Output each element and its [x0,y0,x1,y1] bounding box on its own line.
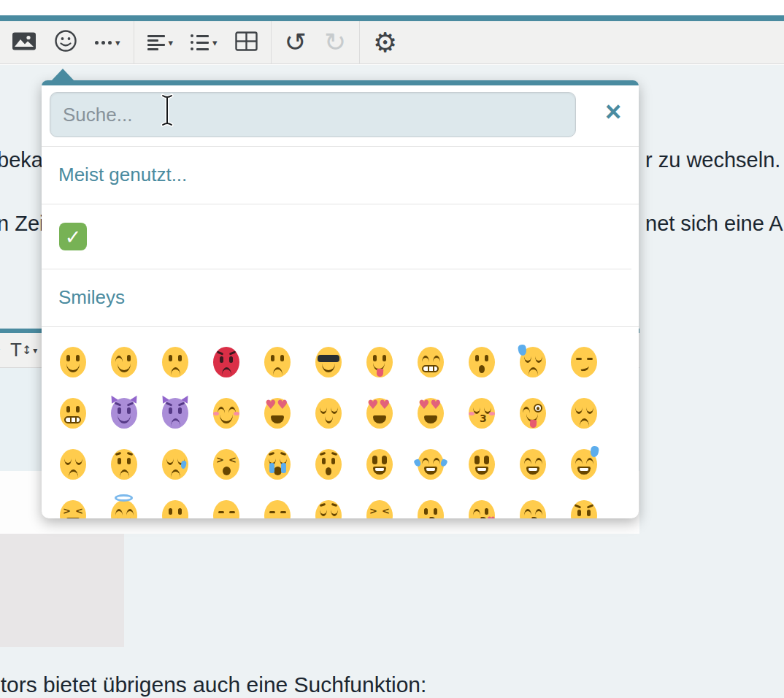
undo-icon: ↺ [285,29,307,55]
background-text-fragment: net sich eine Au [645,212,784,236]
emoji-stuck_out_tongue_winking_eye[interactable] [507,388,558,439]
emoji-smirk[interactable] [558,337,610,388]
emoji-unamused[interactable] [252,490,303,518]
background-image-placeholder [0,534,124,647]
image-icon [12,31,36,54]
emoji-disappointed[interactable] [558,388,610,439]
undo-button[interactable]: ↺ [276,21,315,64]
emoji-smiley[interactable] [456,439,507,490]
emoji-stuck_out_tongue[interactable] [354,337,405,388]
emoji-grimacing[interactable] [47,388,99,439]
emoji-kissing[interactable]: 3 [405,490,456,518]
emoji-search-input[interactable] [50,92,576,137]
emoji-slightly_frowning[interactable] [150,337,201,388]
redo-button[interactable]: ↻ [315,21,355,64]
align-left-icon [147,35,165,50]
chevron-down-icon: ▾ [33,346,37,355]
emoji-heart_eyes_2[interactable]: ♥♥ [354,388,405,439]
unordered-list-button[interactable]: ▾ [182,21,226,64]
toolbar-separator [134,21,134,64]
emoji-picker-popup: × Meist genutzt...✓Smileys♥♥♥♥♥♥3><><><~… [42,80,639,518]
emoji-wink[interactable] [99,337,150,388]
background-text-fragment: n Zei [0,212,44,236]
fontsize-button[interactable]: T ↕ ▾ [10,339,37,361]
ellipsis-icon [95,41,112,45]
emoji-grinning[interactable] [354,439,405,490]
align-button[interactable]: ▾ [139,21,182,64]
background-text-fragment: itors bietet übrigens auch eine Suchfunk… [0,672,426,697]
emoji-confused[interactable] [252,337,303,388]
emoji-expressionless[interactable] [201,490,252,518]
toolbar-separator [359,21,360,64]
background-text-fragment: r zu wechseln. [645,148,780,172]
popup-caret [51,69,74,81]
emoji-heart_eyes_3[interactable]: ♥♥ [405,388,456,439]
emoji-relieved[interactable] [303,388,354,439]
emoji-angry[interactable] [558,490,610,518]
emoji-sleepy[interactable] [150,439,201,490]
list-icon [191,34,209,50]
emoji-pouting[interactable] [201,337,252,388]
emoji-search-row: × [42,85,639,147]
emoji-grid: ✓ [42,204,631,269]
emoji-sad_relieved[interactable] [303,490,354,518]
updown-arrow-icon: ↕ [22,345,31,356]
smiley-icon [54,29,77,55]
insert-image-button[interactable] [3,21,45,64]
more-formatting-button[interactable]: ▾ [86,21,129,64]
emoji-tired_face[interactable]: >< [201,439,252,490]
chevron-down-icon: ▾ [212,37,218,48]
emoji-slightly_smiling[interactable] [47,337,99,388]
emoji-sunglasses[interactable] [303,337,354,388]
emoji-neutral_face[interactable] [150,490,201,518]
fontsize-label: T [10,339,22,361]
emoji-blush[interactable] [201,388,252,439]
emoji-innocent[interactable] [99,490,150,518]
emoji-section-title: Smileys [42,269,639,327]
editor-toolbar: ▾▾▾↺↻⚙ [0,21,784,64]
gear-icon: ⚙ [373,29,397,56]
emoji-heart_eyes[interactable]: ♥♥ [252,388,303,439]
emoji-worried[interactable] [99,439,150,490]
chevron-down-icon: ▾ [169,37,174,48]
check-mark-emoji: ✓ [59,223,87,250]
popup-accent-border [42,80,639,85]
emoji-smiling_imp[interactable] [99,388,150,439]
emoji-downcast_sweat[interactable] [507,337,558,388]
emoji-button[interactable] [45,21,86,64]
emoji-pensive[interactable] [47,439,99,490]
emoji-sob[interactable] [252,439,303,490]
chevron-down-icon: ▾ [115,37,120,48]
emoji-kissing_smiling_eyes[interactable]: 3 [507,490,558,518]
emoji-white_check_mark[interactable]: ✓ [47,211,99,262]
emoji-grin[interactable] [405,337,456,388]
emoji-smile[interactable] [507,439,558,490]
table-icon [235,31,258,54]
emoji-joy[interactable] [405,439,456,490]
emoji-section-title: Meist genutzt... [42,147,639,204]
emoji-kissing_heart[interactable]: 3♥ [456,490,507,518]
settings-button[interactable]: ⚙ [364,21,406,64]
emoji-confounded[interactable]: ><~ [354,490,405,518]
background-text-fragment: beka [0,148,43,172]
emoji-open_mouth[interactable] [456,337,507,388]
toolbar-separator [271,21,272,64]
emoji-sweat_smile[interactable] [558,439,610,490]
emoji-grid: ♥♥♥♥♥♥3><><><~33♥3 [42,327,631,518]
page: { "accent": "#4a8ba0", "toolbar": { "gro… [0,0,784,698]
emoji-kissing_closed_eyes[interactable]: 3 [456,388,507,439]
emoji-imp[interactable] [150,388,201,439]
redo-icon: ↻ [324,29,346,55]
close-icon[interactable]: × [599,96,627,128]
table-button[interactable] [226,21,266,64]
emoji-laughing[interactable]: >< [47,490,99,518]
emoji-astonished[interactable] [303,439,354,490]
